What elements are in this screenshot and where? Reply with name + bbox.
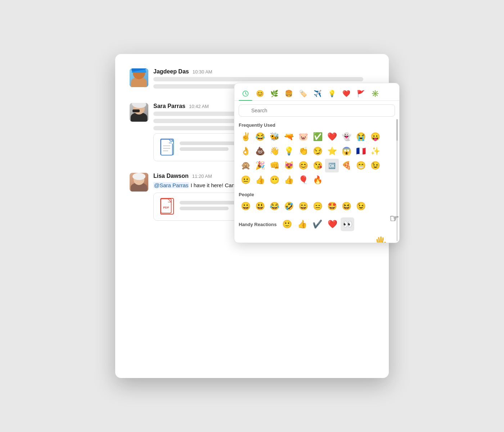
emoji-item[interactable]: ✌️ bbox=[239, 130, 252, 144]
frequently-used-label: Frequently Used bbox=[239, 122, 392, 128]
emoji-item[interactable]: 👌 bbox=[239, 144, 252, 158]
emoji-item[interactable]: 🎉 bbox=[253, 159, 267, 172]
emoji-item[interactable]: 😘 bbox=[311, 159, 324, 172]
emoji-item[interactable]: 😶 bbox=[267, 173, 281, 187]
emoji-item[interactable]: 👍 bbox=[253, 173, 267, 187]
pdf-icon: PDF bbox=[160, 198, 175, 215]
avatar-jagdeep bbox=[130, 68, 148, 87]
emoji-item[interactable]: 👏 bbox=[296, 144, 310, 158]
emoji-item[interactable]: 🤩 bbox=[325, 199, 339, 213]
emoji-item[interactable]: 😛 bbox=[368, 130, 382, 144]
handy-emoji-thumbsup[interactable]: 👍 bbox=[295, 217, 309, 231]
emoji-item[interactable]: 👋 bbox=[267, 144, 281, 158]
handy-emoji-smile[interactable]: 🙂 bbox=[280, 217, 294, 231]
handy-emoji-check[interactable]: ✔️ bbox=[310, 217, 324, 231]
emoji-item[interactable]: 😻 bbox=[282, 159, 296, 172]
sender-name-2: Sara Parras bbox=[153, 103, 185, 109]
emoji-item[interactable]: 👻 bbox=[339, 130, 353, 144]
emoji-item[interactable]: ❤️ bbox=[325, 130, 339, 144]
emoji-item[interactable]: 💡 bbox=[282, 144, 296, 158]
people-section: People 😀 😃 😂 🤣 😄 😑 🤩 😆 😉 bbox=[234, 192, 396, 216]
emoji-item[interactable]: 😭 bbox=[354, 130, 368, 144]
emoji-item[interactable]: 😂 bbox=[253, 130, 267, 144]
handy-emoji-heart[interactable]: ❤️ bbox=[325, 217, 339, 231]
emoji-item[interactable]: 😁 bbox=[354, 159, 368, 172]
search-container: 🔍 bbox=[234, 101, 399, 120]
avatar-lisa bbox=[130, 173, 148, 192]
emoji-item[interactable]: 🍕 bbox=[339, 159, 353, 172]
sender-name-3: Lisa Dawson bbox=[153, 173, 189, 179]
emoji-item[interactable]: 😄 bbox=[296, 199, 310, 213]
emoji-item[interactable]: 🐝 bbox=[267, 130, 281, 144]
app-window: Jagdeep Das 10:30 AM Sara Parras 10:42 A… bbox=[115, 54, 389, 378]
tab-smileys[interactable]: 😊 bbox=[253, 87, 267, 100]
floating-wave-emoji: 🖐️ bbox=[374, 236, 387, 243]
emoji-item[interactable]: 😉 bbox=[368, 159, 382, 172]
emoji-picker: 😊 🌿 🍔 🏷️ ✈️ 💡 ❤️ 🚩 ✳️ 🔍 Frequently Used bbox=[234, 83, 400, 243]
emoji-picker-tabs: 😊 🌿 🍔 🏷️ ✈️ 💡 ❤️ 🚩 ✳️ bbox=[234, 83, 399, 101]
timestamp-3: 11:20 AM bbox=[192, 174, 212, 179]
tab-travel[interactable]: ✈️ bbox=[311, 87, 324, 100]
tab-activity[interactable]: 🏷️ bbox=[296, 87, 310, 100]
mention-sara: @Sara Parras bbox=[153, 182, 189, 188]
emoji-item[interactable]: 😉 bbox=[354, 199, 368, 213]
emoji-item[interactable]: 👍 bbox=[282, 173, 296, 187]
emoji-item[interactable]: ⭐ bbox=[325, 144, 339, 158]
emoji-item[interactable]: 😊 bbox=[296, 159, 310, 172]
emoji-item[interactable]: 😑 bbox=[311, 199, 324, 213]
avatar-sara bbox=[130, 103, 148, 122]
emoji-item[interactable]: 👊 bbox=[267, 159, 281, 172]
svg-rect-0 bbox=[161, 139, 172, 155]
message-header-1: Jagdeep Das 10:30 AM bbox=[153, 68, 374, 75]
sender-name-1: Jagdeep Das bbox=[153, 68, 189, 75]
people-grid: 😀 😃 😂 🤣 😄 😑 🤩 😆 😉 bbox=[239, 199, 392, 213]
emoji-item[interactable]: 😐 bbox=[239, 173, 252, 187]
doc-icon bbox=[160, 139, 175, 156]
people-label: People bbox=[239, 192, 392, 197]
handy-emoji-eyes[interactable]: 👀 bbox=[341, 217, 354, 231]
emoji-item[interactable]: 🐷 bbox=[296, 130, 310, 144]
emoji-item[interactable]: 🤣 bbox=[282, 199, 296, 213]
handy-reactions-row: Handy Reactions 🙂 👍 ✔️ ❤️ 👀 bbox=[234, 216, 396, 235]
handy-reactions-label: Handy Reactions bbox=[239, 222, 276, 227]
emoji-item[interactable]: 🎈 bbox=[296, 173, 310, 187]
tab-symbols[interactable]: ❤️ bbox=[339, 87, 353, 100]
emoji-item[interactable]: 💩 bbox=[253, 144, 267, 158]
emoji-item[interactable]: 😀 bbox=[239, 199, 252, 213]
message-line bbox=[153, 77, 363, 81]
frequently-used-section: Frequently Used ✌️ 😂 🐝 🔫 🐷 ✅ ❤️ 👻 😭 😛 👌 … bbox=[234, 122, 396, 190]
emoji-search-input[interactable] bbox=[239, 104, 395, 117]
tab-objects[interactable]: 💡 bbox=[325, 87, 339, 100]
emoji-item[interactable]: 🔫 bbox=[282, 130, 296, 144]
picker-scrollbar[interactable] bbox=[396, 119, 398, 241]
search-wrapper: 🔍 bbox=[239, 104, 395, 117]
tab-recent[interactable] bbox=[239, 87, 252, 100]
emoji-item[interactable]: 🙊 bbox=[239, 159, 252, 172]
emoji-item[interactable]: 😃 bbox=[253, 199, 267, 213]
emoji-item[interactable]: 🆗 bbox=[325, 159, 339, 172]
emoji-item[interactable]: 🔥 bbox=[311, 173, 324, 187]
emoji-item[interactable]: 😏 bbox=[311, 144, 324, 158]
tab-slack[interactable]: ✳️ bbox=[368, 87, 382, 100]
tab-nature[interactable]: 🌿 bbox=[267, 87, 281, 100]
svg-text:PDF: PDF bbox=[163, 206, 169, 209]
tab-flags[interactable]: 🚩 bbox=[354, 87, 368, 100]
tab-food[interactable]: 🍔 bbox=[282, 87, 296, 100]
emoji-item[interactable]: ✅ bbox=[311, 130, 324, 144]
emoji-item[interactable]: 😂 bbox=[267, 199, 281, 213]
scrollbar-thumb[interactable] bbox=[396, 119, 398, 141]
emoji-item[interactable]: 🇫🇷 bbox=[354, 144, 368, 158]
emoji-item[interactable]: 😆 bbox=[339, 199, 353, 213]
emoji-scroll-area[interactable]: Frequently Used ✌️ 😂 🐝 🔫 🐷 ✅ ❤️ 👻 😭 😛 👌 … bbox=[234, 120, 399, 243]
emoji-item[interactable]: ✨ bbox=[368, 144, 382, 158]
timestamp-2: 10:42 AM bbox=[189, 104, 209, 109]
emoji-item[interactable]: 😱 bbox=[339, 144, 353, 158]
frequently-used-grid: ✌️ 😂 🐝 🔫 🐷 ✅ ❤️ 👻 😭 😛 👌 💩 👋 💡 👏 😏 bbox=[239, 130, 392, 187]
timestamp-1: 10:30 AM bbox=[193, 69, 212, 75]
